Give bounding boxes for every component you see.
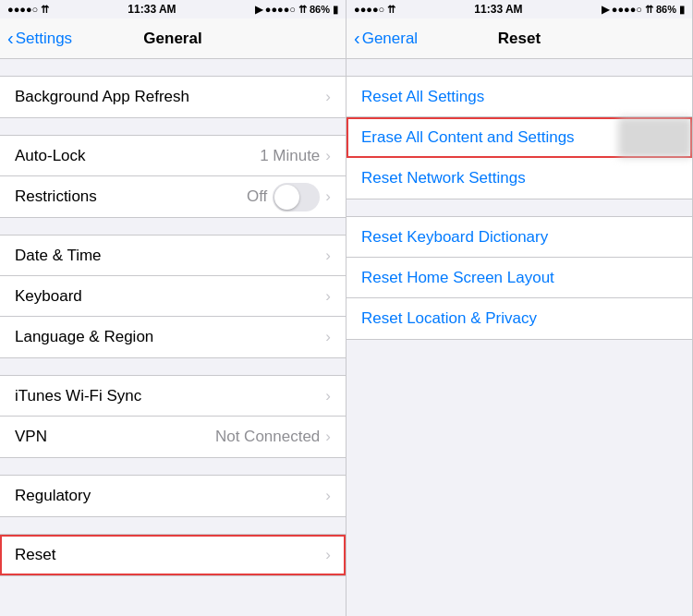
right-status-bar: ●●●●○ ⇈ 11:33 AM ▶ ●●●●○ ⇈ 86% ▮ — [346, 0, 692, 18]
list-item-auto-lock[interactable]: Auto-Lock 1 Minute › — [0, 136, 346, 176]
item-label: Restrictions — [15, 187, 247, 206]
reset-item-network[interactable]: Reset Network Settings — [346, 158, 692, 199]
chevron-right-icon: › — [325, 428, 331, 446]
list-item-itunes-wifi[interactable]: iTunes Wi-Fi Sync › — [0, 376, 346, 417]
chevron-right-icon: › — [325, 287, 331, 306]
section-gap-2 — [0, 118, 346, 135]
reset-group-1: Reset All Settings Erase All Content and… — [346, 76, 692, 199]
reset-item-erase-content[interactable]: Erase All Content and Settings — [346, 117, 692, 158]
back-chevron-icon: ‹ — [354, 29, 360, 47]
right-status-time: 11:33 AM — [474, 3, 522, 16]
section-5: Regulatory › — [0, 475, 346, 517]
list-item-regulatory[interactable]: Regulatory › — [0, 476, 346, 516]
battery-icon: ▮ — [679, 4, 685, 16]
item-label: iTunes Wi-Fi Sync — [15, 387, 325, 405]
location-icon: ▶ — [602, 4, 609, 16]
chevron-right-icon: › — [325, 328, 331, 346]
section-6: Reset › — [0, 534, 346, 576]
wifi-icon: ⇈ — [41, 4, 49, 16]
item-label: Language & Region — [15, 328, 325, 346]
item-value: Off — [247, 187, 267, 206]
back-chevron-icon: ‹ — [7, 29, 14, 47]
wifi2-icon: ⇈ — [298, 4, 307, 16]
signal-icon: ●●●●○ — [354, 4, 384, 15]
list-item-restrictions[interactable]: Restrictions Off › — [0, 176, 346, 217]
reset-label: Erase All Content and Settings — [361, 128, 575, 147]
item-value: Not Connected — [215, 428, 320, 446]
battery-text: 86% — [310, 4, 330, 15]
item-label: Keyboard — [15, 287, 325, 306]
toggle-knob — [274, 185, 299, 210]
section-gap-4 — [0, 358, 346, 375]
reset-label: Reset Location & Privacy — [361, 309, 537, 328]
section-2: Auto-Lock 1 Minute › Restrictions Off › — [0, 135, 346, 218]
item-label: Regulatory — [15, 487, 325, 505]
chevron-right-icon: › — [325, 247, 331, 265]
carrier-icon: ●●●●○ — [265, 4, 296, 15]
reset-gap-1 — [346, 59, 692, 76]
list-item-keyboard[interactable]: Keyboard › — [0, 276, 346, 317]
item-label: Background App Refresh — [15, 88, 325, 106]
right-status-right: ▶ ●●●●○ ⇈ 86% ▮ — [602, 4, 685, 16]
item-label: Reset — [15, 546, 325, 564]
section-gap-7 — [0, 576, 346, 593]
battery-text: 86% — [656, 4, 676, 15]
wifi2-icon: ⇈ — [645, 4, 653, 16]
battery-icon: ▮ — [333, 4, 338, 16]
right-back-button[interactable]: ‹ General — [354, 30, 418, 48]
section-1: Background App Refresh › — [0, 76, 346, 118]
list-item-reset[interactable]: Reset › — [0, 535, 346, 575]
item-label: Auto-Lock — [15, 147, 260, 165]
reset-label: Reset Network Settings — [361, 169, 526, 187]
left-back-label[interactable]: Settings — [16, 30, 72, 48]
right-back-label[interactable]: General — [362, 30, 418, 48]
section-gap-3 — [0, 218, 346, 235]
reset-list: Reset All Settings Erase All Content and… — [346, 59, 692, 616]
section-gap-5 — [0, 458, 346, 475]
right-nav-title: Reset — [498, 30, 541, 48]
left-settings-list: Background App Refresh › Auto-Lock 1 Min… — [0, 59, 346, 616]
wifi-icon: ⇈ — [387, 4, 395, 16]
reset-label: Reset All Settings — [361, 88, 484, 106]
list-item-date-time[interactable]: Date & Time › — [0, 236, 346, 276]
item-label: VPN — [15, 428, 215, 446]
restrictions-toggle[interactable] — [273, 183, 320, 211]
chevron-right-icon: › — [325, 546, 331, 564]
reset-item-location-privacy[interactable]: Reset Location & Privacy — [346, 298, 692, 339]
chevron-right-icon: › — [325, 187, 331, 206]
list-item-vpn[interactable]: VPN Not Connected › — [0, 417, 346, 457]
section-4: iTunes Wi-Fi Sync › VPN Not Connected › — [0, 375, 346, 458]
left-status-bar: ●●●●○ ⇈ 11:33 AM ▶ ●●●●○ ⇈ 86% ▮ — [0, 0, 346, 18]
reset-label: Reset Keyboard Dictionary — [361, 228, 548, 247]
left-status-left: ●●●●○ ⇈ — [7, 4, 49, 16]
blur-overlay — [618, 117, 692, 158]
left-panel: ●●●●○ ⇈ 11:33 AM ▶ ●●●●○ ⇈ 86% ▮ ‹ Setti… — [0, 0, 346, 616]
right-nav-bar: ‹ General Reset — [346, 18, 692, 59]
section-gap-1 — [0, 59, 346, 76]
left-status-right: ▶ ●●●●○ ⇈ 86% ▮ — [255, 4, 338, 16]
left-status-time: 11:33 AM — [128, 3, 176, 16]
left-back-button[interactable]: ‹ Settings — [7, 30, 72, 48]
chevron-right-icon: › — [325, 88, 331, 106]
list-item-background-app-refresh[interactable]: Background App Refresh › — [0, 77, 346, 117]
signal-icon: ●●●●○ — [7, 4, 38, 15]
chevron-right-icon: › — [325, 387, 331, 405]
carrier-icon: ●●●●○ — [612, 4, 642, 15]
reset-gap-2 — [346, 199, 692, 216]
chevron-right-icon: › — [325, 487, 331, 505]
section-3: Date & Time › Keyboard › Language & Regi… — [0, 235, 346, 358]
reset-label: Reset Home Screen Layout — [361, 269, 554, 287]
reset-item-home-screen[interactable]: Reset Home Screen Layout — [346, 258, 692, 298]
list-item-language-region[interactable]: Language & Region › — [0, 317, 346, 357]
reset-item-keyboard-dict[interactable]: Reset Keyboard Dictionary — [346, 217, 692, 258]
chevron-right-icon: › — [325, 147, 331, 165]
section-gap-6 — [0, 517, 346, 534]
item-label: Date & Time — [15, 247, 325, 265]
item-value: 1 Minute — [260, 147, 320, 165]
reset-item-all-settings[interactable]: Reset All Settings — [346, 77, 692, 117]
location-icon: ▶ — [255, 4, 262, 16]
reset-group-2: Reset Keyboard Dictionary Reset Home Scr… — [346, 216, 692, 340]
right-status-left: ●●●●○ ⇈ — [354, 4, 395, 16]
left-nav-bar: ‹ Settings General — [0, 18, 346, 59]
right-panel: ●●●●○ ⇈ 11:33 AM ▶ ●●●●○ ⇈ 86% ▮ ‹ Gener… — [346, 0, 693, 616]
